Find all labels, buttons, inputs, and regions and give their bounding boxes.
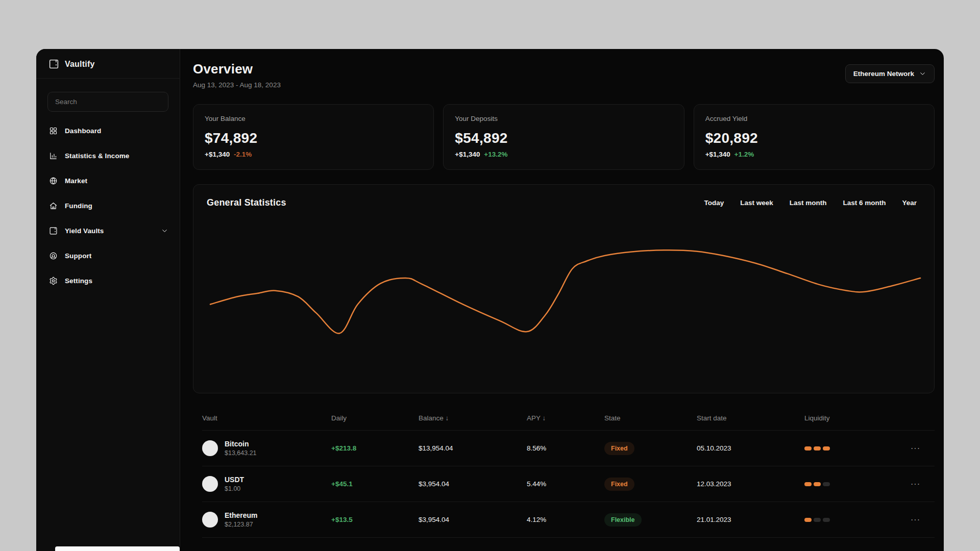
vault-name: Bitcoin bbox=[225, 440, 257, 448]
balance-value: $13,954.04 bbox=[419, 444, 527, 452]
stat-card-change-percent: -2.1% bbox=[234, 151, 252, 158]
row-actions-button[interactable]: ··· bbox=[908, 441, 923, 456]
stat-card-change-percent: +13.2% bbox=[484, 151, 507, 158]
stat-card-label: Your Balance bbox=[205, 115, 422, 122]
time-tab-last-week[interactable]: Last week bbox=[740, 199, 773, 207]
daily-change: +$45.1 bbox=[331, 480, 419, 488]
row-actions-button[interactable]: ··· bbox=[908, 513, 923, 527]
apy-value: 5.44% bbox=[527, 480, 604, 488]
stat-cards: Your Balance $74,892 +$1,340 -2.1% Your … bbox=[193, 104, 935, 170]
start-date: 05.10.2023 bbox=[697, 444, 804, 452]
stat-card-change-amount: +$1,340 bbox=[705, 151, 732, 158]
network-selector-button[interactable]: Ethereum Network bbox=[845, 64, 935, 83]
liquidity-pill-active bbox=[823, 446, 830, 450]
general-statistics-panel: General Statistics TodayLast weekLast mo… bbox=[193, 184, 935, 393]
time-tab-today[interactable]: Today bbox=[704, 199, 724, 207]
dashboard-icon bbox=[48, 127, 58, 135]
table-row-ethereum[interactable]: Ethereum $2,123.87 +$13.5 $3,954.04 4.12… bbox=[202, 502, 935, 538]
time-tab-last-month[interactable]: Last month bbox=[790, 199, 827, 207]
sidebar-item-label: Yield Vaults bbox=[65, 227, 104, 235]
vaults-table: VaultDailyBalance ↓APY ↓StateStart dateL… bbox=[193, 406, 935, 538]
main-content: Overview Aug 13, 2023 - Aug 18, 2023 Eth… bbox=[180, 49, 944, 551]
liquidity-pill-active bbox=[814, 446, 821, 450]
sidebar-nav: Dashboard Statistics & Income Market Fun… bbox=[36, 118, 180, 293]
time-range-tabs: TodayLast weekLast monthLast 6 monthYear bbox=[704, 199, 924, 207]
statistics-line-chart bbox=[207, 226, 924, 346]
column-header-liquidity: Liquidity bbox=[804, 414, 896, 422]
liquidity-indicator bbox=[804, 518, 896, 522]
chart-line-series bbox=[210, 250, 920, 333]
column-header-start-date: Start date bbox=[697, 414, 804, 422]
apy-value: 4.12% bbox=[527, 516, 604, 523]
column-header-state: State bbox=[604, 414, 697, 422]
table-header-row: VaultDailyBalance ↓APY ↓StateStart dateL… bbox=[202, 406, 935, 431]
chevron-down-icon bbox=[161, 227, 168, 235]
stat-card: Your Balance $74,892 +$1,340 -2.1% bbox=[193, 104, 434, 170]
gear-icon bbox=[48, 277, 58, 285]
sidebar-item-statistics-income[interactable]: Statistics & Income bbox=[36, 143, 180, 168]
balance-value: $3,954.04 bbox=[419, 516, 527, 523]
support-icon bbox=[48, 252, 58, 260]
sidebar-item-support[interactable]: Support bbox=[36, 243, 180, 268]
sidebar-item-funding[interactable]: Funding bbox=[36, 193, 180, 218]
stat-card-change-amount: +$1,340 bbox=[455, 151, 482, 158]
sidebar-item-label: Statistics & Income bbox=[65, 152, 129, 160]
stat-card-value: $54,892 bbox=[455, 130, 672, 146]
state-badge: Fixed bbox=[604, 442, 634, 455]
daily-change: +$213.8 bbox=[331, 444, 419, 452]
start-date: 21.01.2023 bbox=[697, 516, 804, 523]
page-title: Overview bbox=[193, 61, 281, 77]
stat-card-value: $74,892 bbox=[205, 130, 422, 146]
bar-chart-icon bbox=[48, 152, 58, 160]
liquidity-pill-active bbox=[814, 482, 821, 486]
sidebar-item-label: Settings bbox=[65, 277, 92, 285]
sidebar-item-dashboard[interactable]: Dashboard bbox=[36, 118, 180, 143]
start-date: 12.03.2023 bbox=[697, 480, 804, 488]
network-selector-label: Ethereum Network bbox=[853, 70, 914, 78]
wallet-logo-icon bbox=[48, 59, 59, 69]
time-tab-year[interactable]: Year bbox=[902, 199, 917, 207]
sidebar-item-yield-vaults[interactable]: Yield Vaults bbox=[36, 218, 180, 243]
balance-value: $3,954.04 bbox=[419, 480, 527, 488]
table-row-usdt[interactable]: USDT $1.00 +$45.1 $3,954.04 5.44% Fixed … bbox=[202, 466, 935, 502]
liquidity-indicator bbox=[804, 482, 896, 486]
column-header-daily: Daily bbox=[331, 414, 419, 422]
home-icon bbox=[48, 202, 58, 210]
table-row-bitcoin[interactable]: Bitcoin $13,643.21 +$213.8 $13,954.04 8.… bbox=[202, 431, 935, 466]
sidebar-item-label: Dashboard bbox=[65, 127, 101, 135]
liquidity-pill-active bbox=[804, 482, 812, 486]
sidebar-item-label: Funding bbox=[65, 202, 92, 210]
wallet-icon bbox=[48, 227, 58, 235]
column-header-apy[interactable]: APY ↓ bbox=[527, 414, 604, 422]
sidebar-item-label: Market bbox=[65, 177, 87, 185]
sidebar: Vaultify Dashboard Statistics & Income M… bbox=[36, 49, 180, 551]
chart-svg bbox=[207, 226, 924, 346]
statistics-title: General Statistics bbox=[207, 197, 286, 208]
sidebar-item-settings[interactable]: Settings bbox=[36, 268, 180, 293]
coin-avatar bbox=[202, 476, 218, 492]
app-logo: Vaultify bbox=[36, 49, 180, 79]
column-header-balance[interactable]: Balance ↓ bbox=[419, 414, 527, 422]
search-input[interactable] bbox=[47, 92, 168, 112]
column-header-vault: Vault bbox=[202, 414, 331, 422]
row-actions-button[interactable]: ··· bbox=[908, 477, 923, 491]
liquidity-pill-active bbox=[804, 518, 812, 522]
stat-card: Accrued Yield $20,892 +$1,340 +1.2% bbox=[694, 104, 935, 170]
state-badge: Flexible bbox=[604, 513, 642, 527]
coin-avatar bbox=[202, 440, 218, 456]
vault-price: $2,123.87 bbox=[225, 521, 258, 528]
liquidity-pill-active bbox=[804, 446, 812, 450]
stat-card-change-percent: +1.2% bbox=[734, 151, 754, 158]
sidebar-item-market[interactable]: Market bbox=[36, 168, 180, 193]
app-name: Vaultify bbox=[65, 60, 95, 69]
vault-price: $1.00 bbox=[225, 485, 244, 492]
vault-name: USDT bbox=[225, 475, 244, 484]
time-tab-last-6-month[interactable]: Last 6 month bbox=[843, 199, 886, 207]
state-badge: Fixed bbox=[604, 478, 634, 491]
stat-card: Your Deposits $54,892 +$1,340 +13.2% bbox=[443, 104, 684, 170]
apy-value: 8.56% bbox=[527, 444, 604, 452]
vault-name: Ethereum bbox=[225, 511, 258, 519]
coin-avatar bbox=[202, 512, 218, 528]
globe-icon bbox=[48, 177, 58, 185]
liquidity-pill-inactive bbox=[823, 482, 830, 486]
